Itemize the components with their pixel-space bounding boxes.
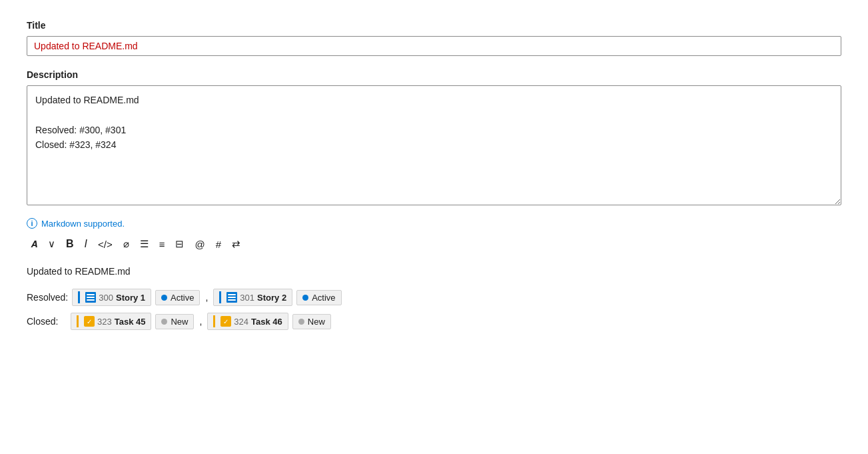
chevron-button[interactable]: ∨ (44, 235, 59, 253)
status-300-text: Active (171, 293, 194, 303)
markdown-hint-text: Markdown supported. (41, 219, 125, 229)
wi-323-number: 323 (97, 317, 112, 327)
status-324-text: New (308, 317, 325, 327)
description-section: Description (27, 69, 841, 207)
status-324-badge: New (292, 314, 331, 329)
story-300-icon (85, 292, 96, 303)
unordered-list-button[interactable]: ☰ (136, 235, 153, 253)
resolved-row: Resolved: 300 Story 1 Active , (27, 289, 841, 306)
wi-300-number: 300 (99, 293, 113, 303)
work-item-324[interactable]: ✓ 324 Task 46 (207, 313, 288, 330)
wi-324-number: 324 (234, 317, 248, 327)
info-icon: i (27, 218, 37, 229)
closed-label: Closed: (27, 316, 67, 327)
hash-button[interactable]: # (212, 236, 225, 253)
status-300-badge: Active (155, 290, 200, 305)
active-dot-icon (161, 295, 167, 301)
ordered-list-button[interactable]: ≡ (155, 236, 169, 253)
new-dot-324-icon (298, 319, 304, 325)
task-list-button[interactable]: ⊟ (171, 235, 188, 253)
link-button[interactable]: ⌀ (119, 235, 133, 253)
code-button[interactable]: </> (94, 236, 117, 253)
title-label: Title (27, 20, 841, 31)
text-style-button[interactable]: 𝘼 (27, 235, 41, 253)
work-items-section: Resolved: 300 Story 1 Active , (27, 289, 841, 330)
description-textarea[interactable] (27, 85, 841, 205)
title-section: Title (27, 20, 841, 56)
task-323-border-icon (77, 315, 79, 327)
task-323-icon: ✓ (84, 316, 95, 327)
story-301-icon (226, 292, 237, 303)
work-item-300[interactable]: 300 Story 1 (72, 289, 151, 306)
task-324-border-icon (213, 315, 215, 327)
bold-button[interactable]: B (62, 235, 78, 253)
new-dot-323-icon (161, 319, 167, 325)
status-301-badge: Active (296, 290, 341, 305)
story-301-border-icon (219, 291, 221, 303)
closed-row: Closed: ✓ 323 Task 45 New , ✓ 324 Task 4… (27, 313, 841, 330)
preview-text: Updated to README.md (27, 266, 841, 277)
comma-separator-2: , (199, 316, 202, 327)
story-border-icon (78, 291, 80, 303)
work-item-323[interactable]: ✓ 323 Task 45 (71, 313, 151, 330)
title-input[interactable] (27, 36, 841, 56)
pullrequest-button[interactable]: ⇄ (228, 235, 244, 253)
status-323-badge: New (155, 314, 194, 329)
resolved-label: Resolved: (27, 292, 68, 303)
status-323-text: New (171, 317, 188, 327)
wi-324-title: Task 46 (251, 317, 282, 327)
markdown-hint: i Markdown supported. (27, 218, 841, 229)
status-301-text: Active (312, 293, 335, 303)
wi-301-number: 301 (240, 293, 254, 303)
description-label: Description (27, 69, 841, 80)
italic-button[interactable]: I (81, 235, 91, 253)
task-324-icon: ✓ (220, 316, 231, 327)
description-toolbar: 𝘼 ∨ B I </> ⌀ ☰ ≡ ⊟ @ # ⇄ (27, 235, 841, 253)
wi-301-title: Story 2 (257, 293, 286, 303)
active-dot-301-icon (302, 295, 308, 301)
wi-323-title: Task 45 (115, 317, 146, 327)
wi-300-title: Story 1 (116, 293, 145, 303)
comma-separator-1: , (205, 292, 208, 303)
work-item-301[interactable]: 301 Story 2 (213, 289, 292, 306)
mention-button[interactable]: @ (191, 236, 209, 253)
